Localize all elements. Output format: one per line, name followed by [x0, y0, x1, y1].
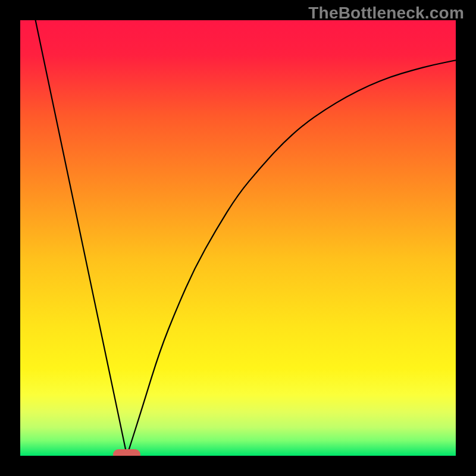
plot-area — [20, 20, 456, 456]
chart-frame: TheBottleneck.com — [0, 0, 476, 476]
optimal-point-marker — [113, 449, 140, 456]
bottleneck-curve — [20, 20, 456, 456]
